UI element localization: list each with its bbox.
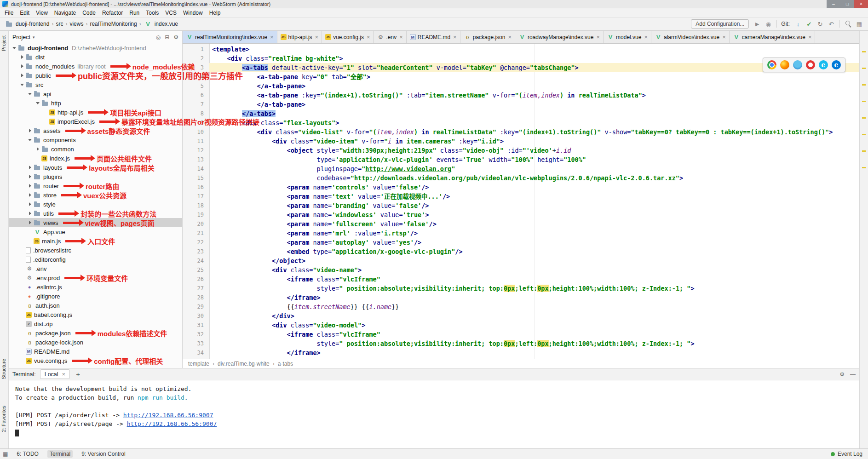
code-line[interactable]: 5 </a-tab-pane> <box>183 81 859 91</box>
code-line[interactable]: 25 <div class="video-name"> <box>183 265 859 275</box>
code-line[interactable]: 29 {{item.streetName}} {{i.name}} <box>183 302 859 311</box>
code-line[interactable]: 18 <param name='branding' value='false'/… <box>183 201 859 210</box>
settings-icon[interactable]: ⚙ <box>173 34 178 40</box>
menu-file[interactable]: File <box>1 9 17 17</box>
menu-tools[interactable]: Tools <box>143 9 162 17</box>
editor-tab[interactable]: ValarmVideos\index.vue× <box>651 31 730 43</box>
tree-item[interactable]: { }package.jsonmodules依赖描述文件 <box>9 328 182 338</box>
tree-item[interactable]: VApp.vue <box>9 227 182 236</box>
code-line[interactable]: 12 <object style="width:390px;height:219… <box>183 146 859 155</box>
editor-tab[interactable]: JShttp-api.js× <box>277 31 322 43</box>
close-tab-icon[interactable]: × <box>315 34 319 40</box>
chevron-down-icon[interactable]: ▾ <box>33 35 35 40</box>
code-line[interactable]: 22 <param name='autoplay' value='yes'/> <box>183 238 859 247</box>
collapse-all-icon[interactable]: ⊟ <box>165 34 169 40</box>
chevron-collapsed-icon[interactable] <box>27 193 33 197</box>
code-line[interactable]: 21 <param name='mrl' :value='i.rtsp'/> <box>183 229 859 238</box>
menu-window[interactable]: Window <box>180 9 206 17</box>
tree-item[interactable]: JSindex.js页面公共组件文件 <box>9 154 182 163</box>
chevron-collapsed-icon[interactable] <box>27 221 33 224</box>
tree-item[interactable]: http <box>9 98 182 108</box>
code-line[interactable]: 13 type='application/x-vlc-plugin' event… <box>183 155 859 164</box>
tree-item[interactable]: { }package-lock.json <box>9 338 182 347</box>
locate-icon[interactable]: ◎ <box>156 34 161 40</box>
code-line[interactable]: 16 <param name='controls' value='false'/… <box>183 183 859 192</box>
tree-item[interactable]: ⚙.env <box>9 264 182 273</box>
editor-tab[interactable]: JSvue.config.js× <box>322 31 374 43</box>
code-line[interactable]: 9 <div class="flex-layouts"> <box>183 118 859 127</box>
close-tab-icon[interactable]: × <box>644 34 648 40</box>
tree-item[interactable]: src <box>9 80 182 89</box>
settings-icon[interactable]: ▦ <box>855 20 863 28</box>
code-line[interactable]: 23 <embed type="application/x-google-vlc… <box>183 247 859 256</box>
tool-button-favorites[interactable]: 2: Favorites <box>1 406 6 432</box>
tree-item[interactable]: dist <box>9 52 182 62</box>
close-tab-icon[interactable]: × <box>270 34 274 40</box>
search-icon[interactable] <box>844 20 852 28</box>
chevron-collapsed-icon[interactable] <box>35 147 40 151</box>
editor-tab[interactable]: Vmodel.vue× <box>604 31 651 43</box>
tree-root-item[interactable]: duoji-frontendD:\zheheWeb\duoji-frontend <box>9 43 182 52</box>
code-line[interactable]: 10 <div class="video-list" v-for="(item,… <box>183 127 859 137</box>
breadcrumb-item[interactable]: realTimeMonitoring <box>90 21 137 27</box>
code-line[interactable]: 33 style=" position:absolute;visibility:… <box>183 339 859 348</box>
tree-item[interactable]: storevuex公共资源 <box>9 190 182 200</box>
menu-help[interactable]: Help <box>206 9 224 17</box>
git-update-icon[interactable]: ↓ <box>794 20 802 28</box>
code-editor[interactable]: 1<template>2 <div class="realTime bg-whi… <box>183 44 859 359</box>
tree-item[interactable]: routerrouter路由 <box>9 181 182 190</box>
chevron-collapsed-icon[interactable] <box>19 55 25 59</box>
edge-browser-icon[interactable] <box>832 60 841 69</box>
chevron-collapsed-icon[interactable] <box>19 64 25 68</box>
code-line[interactable]: 2 <div class="realTime bg-white"> <box>183 54 859 63</box>
tree-item[interactable]: JSmain.js入口文件 <box>9 236 182 246</box>
close-tab-icon[interactable]: × <box>808 34 812 40</box>
editor-tab[interactable]: VcameraManage\index.vue× <box>730 31 816 43</box>
menu-refactor[interactable]: Refactor <box>99 9 126 17</box>
event-log-button[interactable]: Event Log <box>838 451 862 457</box>
code-line[interactable]: 17 <param name='text' value='正在加载视频中...'… <box>183 192 859 201</box>
code-line[interactable]: 4 <a-tab-pane key="0" tab="全部"> <box>183 72 859 81</box>
code-line[interactable]: 3 <a-tabs default-active-key="1" slot="h… <box>183 63 859 72</box>
chevron-collapsed-icon[interactable] <box>27 202 33 206</box>
tool-button-structure[interactable]: Structure <box>1 359 6 379</box>
tree-item[interactable]: .editorconfig <box>9 255 182 264</box>
code-line[interactable]: 31 <div class="video-model"> <box>183 321 859 330</box>
code-line[interactable]: 14 pluginspage="http://www.videolan.org" <box>183 164 859 173</box>
tree-item[interactable]: ●.eslintrc.js <box>9 282 182 292</box>
tree-item[interactable]: { }auth.json <box>9 301 182 310</box>
chevron-expanded-icon[interactable] <box>27 93 33 95</box>
editor-tab[interactable]: ⚙.env× <box>374 31 406 43</box>
safari-browser-icon[interactable] <box>793 60 802 69</box>
close-tab-icon[interactable]: × <box>722 34 726 40</box>
breadcrumb-item[interactable]: src <box>56 21 63 27</box>
tree-item[interactable]: ●.gitignore <box>9 292 182 301</box>
tree-item[interactable]: layoutslayouts全局布局相关 <box>9 163 182 172</box>
code-line[interactable]: 8 </a-tabs> <box>183 109 859 118</box>
opera-browser-icon[interactable] <box>806 60 815 69</box>
code-line[interactable]: 28 </iframe> <box>183 293 859 302</box>
chrome-browser-icon[interactable] <box>767 60 776 69</box>
breadcrumb-item[interactable]: views <box>69 21 83 27</box>
minimize-button[interactable]: – <box>827 0 840 8</box>
git-rollback-icon[interactable]: ↶ <box>827 20 835 28</box>
terminal-tab-local[interactable]: Local × <box>40 369 70 379</box>
status-6-todo[interactable]: 6: TODO <box>14 450 41 458</box>
tree-item[interactable]: utils封装的一些公共函数方法 <box>9 209 182 218</box>
close-tab-icon[interactable]: × <box>367 34 370 40</box>
close-tab-icon[interactable]: × <box>596 34 600 40</box>
close-tab-icon[interactable]: × <box>508 34 512 40</box>
add-configuration-button[interactable]: Add Configuration... <box>691 19 749 29</box>
chevron-expanded-icon[interactable] <box>27 139 33 141</box>
status-9-version-control[interactable]: 9: Version Control <box>79 450 127 458</box>
tree-item[interactable]: style <box>9 200 182 209</box>
code-line[interactable]: 15 codebase="http://downloads.videolan.o… <box>183 173 859 183</box>
tree-item[interactable]: JShttp-api.js项目相关api接口 <box>9 108 182 117</box>
menu-run[interactable]: Run <box>126 9 143 17</box>
chevron-collapsed-icon[interactable] <box>27 166 33 169</box>
tree-item[interactable]: JSbabel.config.js <box>9 310 182 319</box>
tree-item[interactable]: viewsview视图、pages页面 <box>9 218 182 227</box>
chevron-expanded-icon[interactable] <box>11 47 17 49</box>
tree-item[interactable]: Zdist.zip <box>9 319 182 328</box>
menu-vcs[interactable]: VCS <box>162 9 180 17</box>
